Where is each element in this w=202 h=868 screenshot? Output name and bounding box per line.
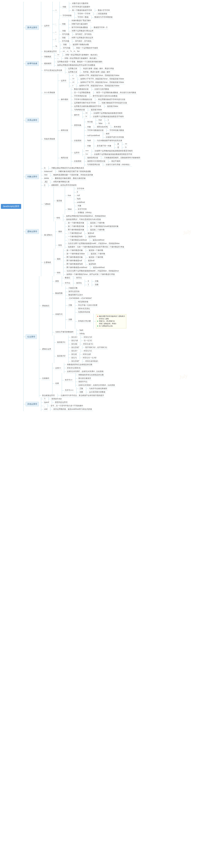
incdec-pos[interactable]: 符号位置决定运算结果 运算数之前先进行递增（递减）操作，再进行求值 运算数之后先…: [41, 67, 115, 74]
bit-shift[interactable]: 位移操作 左移<< 将数值的所有位左移指定的位数 所有空位用0补充 左移1位对其…: [39, 363, 126, 394]
new[interactable]: new根据构造函数创建一个新的对象，并初始化该对象: [41, 173, 94, 177]
branch-bitwise[interactable]: 位运算符 基础知识 类型 数值位前31位 符号位第32位0正数1负数 数值范围 …: [24, 276, 141, 397]
pos1[interactable]: 运算数之前先进行递增（递减）操作，再进行求值: [65, 67, 115, 70]
bit-basic[interactable]: 基础知识 类型 数值位前31位 符号位第32位0正数1负数 数值范围 只能是正数…: [39, 276, 126, 336]
and-sp[interactable]: 特性 当且仅当两个运算数的值都是true时，才返回true，否则返回false …: [55, 242, 125, 249]
r6[interactable]: 运算数无法被转换成数值或字符串返回值为false: [71, 105, 137, 108]
eqrule[interactable]: 比较原则 null与undefined相等比较前不进行任何转换 NaN与任何数值…: [71, 132, 128, 149]
eq1[interactable]: ==比较两个运算数的返回值看是否相等: [83, 112, 124, 115]
mod-sign[interactable]: 符号问题和第一个运算数的符号相同: [60, 46, 99, 50]
in[interactable]: in判断左侧运算数是否为右侧运算数的成员: [41, 166, 94, 170]
rel-rules[interactable]: 操作规则 数值与数值的比较比较它们的代数值 仅一个运算数是数值将另一个运算数转换…: [58, 88, 137, 112]
r4[interactable]: 字符串与非数值的比较将运算数转换成字符串并进行比较: [71, 98, 137, 101]
bit-lnot[interactable]: 逻辑位运算 返回值为1 按位非~对应位为0 按位与&任一位为1 按位或|对应位全…: [39, 336, 126, 363]
mod-fn[interactable]: 功能返回两个除数的余数: [60, 43, 99, 46]
sr-s[interactable]: 有符号>> 将数值的所有位右移指定的位数 移出的位被舍弃 保留符号位 右移1位对…: [62, 373, 116, 387]
seg1[interactable]: ++对唯一的运算数进行递增操作（每次加1）: [54, 53, 99, 57]
branch-logic[interactable]: 逻辑运算符 ! 逻辑非 返回值 true 空字符串 0 null NaN und…: [24, 187, 141, 276]
a6[interactable]: 一个操作数是undefined返回undefined: [65, 239, 119, 242]
op-div[interactable]: / 功能对两个运算数进行除法运算 符号问题同号得正，异号得负: [53, 36, 113, 43]
not-t[interactable]: true 空字符串 0 null NaN undefined: [65, 187, 94, 204]
plus-concat[interactable]: 字符串拼接 字符串 + 字符串二者直接拼接 字符串 + 数值数值转为字符串再拼接: [60, 12, 113, 19]
arith-ops[interactable]: 运算符 + 功能 对数字进行代数求和 对字符串进行连接操作 将一个数值转换成字符…: [41, 2, 113, 50]
bit-nan[interactable]: 当前位不够32的数值时 NaN Infinity: [52, 329, 126, 336]
bit-fmt[interactable]: 数值范围 只能是正数 第32位是空的 数值范围可以加大 -2147483648 …: [52, 286, 126, 300]
o6[interactable]: 两个操作数都是undefined返回undefined: [64, 266, 106, 269]
div-sign[interactable]: 符号问题同号得正，异号得负: [59, 39, 94, 43]
not-f[interactable]: false 对象 非空字符串 非0数值（Infinity）: [65, 204, 94, 214]
ge[interactable]: >=如果A大于等于B，则返回值为true，否则返回值为false: [69, 81, 125, 84]
or-sp[interactable]: 特性 当且仅当两个运算数的值都是false时，才返回false，否则返回true…: [54, 269, 119, 276]
and-rule[interactable]: 规则 第一个操作数是对象返回第二个操作数 第二个操作数是对象第一个操作数值为tr…: [55, 221, 125, 242]
op-minus[interactable]: - 功能 对操作数进行"取反"操作 对数字进行减法操作 将字符串转换成数值数值型…: [53, 19, 113, 29]
o2[interactable]: 第一个操作数值为false返回第二个操作数: [64, 252, 106, 255]
sr2[interactable]: 值类型与引用类型比较肯定不相同: [84, 160, 141, 163]
and[interactable]: && 逻辑与 规则 第一个操作数是对象返回第二个操作数 第二个操作数是对象第一个…: [41, 221, 125, 249]
incdec-rule[interactable]: 规则相同 运算数必须是一个变量、数组的一个元素或者对象的属性 如果运算数是非数值…: [41, 60, 115, 67]
bit-store[interactable]: 存储方式 正数 纯2进制存储 31位中每一位表示2的幂 用0补充无用位 负数 2…: [52, 300, 126, 329]
plus-f3[interactable]: 将一个数值转换成字符串数值+空字符串: [69, 9, 111, 12]
bit-pos[interactable]: 正数 纯2进制存储 31位中每一位表示2的幂 用0补充无用位: [65, 300, 126, 310]
o1[interactable]: 第一个操作数是对象返回第一个操作数: [64, 249, 106, 252]
plus-fn[interactable]: 功能 对数字进行代数求和 对字符串进行连接操作 将一个数值转换成字符串数值+空字…: [60, 2, 113, 12]
arith-compound[interactable]: 复合赋值运算符+=、-=、*=、/=、%=: [41, 50, 113, 53]
eqop-op[interactable]: 操作符 ==比较两个运算数的返回值看是否相等 !=比较两个运算数的返回值看是否不…: [71, 112, 128, 118]
bit-type[interactable]: 类型 数值位前31位 符号位第32位0正数1负数: [52, 276, 126, 286]
sr1[interactable]: 值类型间比较只有数据类型相同，且数值相等时才能够相同: [84, 156, 141, 160]
rel-op[interactable]: 运算符 <如果A小于B，则返回值为true，否则返回值为false <=如果A小…: [58, 74, 137, 88]
div-fn[interactable]: 功能对两个运算数进行除法运算: [59, 36, 94, 39]
mul-sign[interactable]: 符号问题同号得正，异号得负: [59, 33, 94, 36]
sr-u2[interactable]: 负数会出现无限大的数值: [77, 391, 108, 394]
sl[interactable]: 左移<< 将数值的所有位左移指定的位数 所有空位用0补充 左移1位对其乘2，左移…: [52, 363, 116, 373]
a4[interactable]: 一个操作数是null返回null: [65, 231, 119, 235]
s2[interactable]: !==比较两个运算数的返回值及数据类型看是否不同: [83, 153, 133, 156]
ln4[interactable]: 按位异或^既不同时为0，也不同时为1: [68, 346, 108, 349]
eqtype[interactable]: 类型转换 布尔值 true1 false0 对象调用valueOf()基本类型 …: [71, 118, 128, 132]
branch-relational[interactable]: 关系运算符 大小关系检测 运算符 <如果A小于B，则返回值为true，否则返回值…: [24, 74, 141, 166]
not-ret[interactable]: 返回值 true 空字符串 0 null NaN undefined false…: [54, 187, 107, 214]
del[interactable]: delete删除指定对象的属性，数组元素或变量: [41, 177, 94, 180]
comma[interactable]: ,逗号，在一行语句中执行多个不同的操作: [41, 404, 93, 408]
er3a1[interactable]: 是==: [114, 143, 128, 146]
rel-size[interactable]: 大小关系检测 运算符 <如果A小于B，则返回值为true，否则返回值为false…: [41, 74, 141, 112]
er3a2[interactable]: 否!=: [114, 146, 128, 149]
bool-t[interactable]: true1: [96, 118, 110, 122]
branch-incdec[interactable]: 自增与自减 功能相反 ++对唯一的运算数进行递增操作（每次加1） --对唯一的运…: [24, 53, 141, 74]
o5[interactable]: 两个操作数都是NaN返回NaN: [64, 262, 106, 266]
obj[interactable]: 对象调用valueOf()基本类型: [84, 125, 125, 129]
void[interactable]: void舍弃运算数的值，返回undefined作为表达式的值: [41, 408, 93, 411]
fn[interactable]: ()函数调用，改变运算符优先级等: [41, 184, 94, 187]
r2[interactable]: 仅一个运算数是数值将另一个运算数转换成数值，并比较它们的代数值: [71, 91, 137, 94]
s1[interactable]: ===比较两个运算数的返回值及数据类型看是否相同: [83, 149, 133, 153]
t2[interactable]: 符号位第32位0正数1负数: [62, 280, 99, 286]
incdec-seg[interactable]: 功能相反 ++对唯一的运算数进行递增操作（每次加1） --对唯一的运算数进行递减…: [41, 53, 115, 60]
lnot-r0[interactable]: 返回值为0 按位非~对应位为1 按位或对应位全0 按位与对应位任一位为0 按位异…: [54, 349, 108, 363]
gt[interactable]: >如果A大于B，则返回值为true，否则返回值为false: [69, 84, 125, 88]
sr-u1[interactable]: 正数与有符号右移结果相同: [77, 387, 108, 391]
not[interactable]: ! 逻辑非 返回值 true 空字符串 0 null NaN undefined…: [41, 187, 125, 221]
ln3[interactable]: 按位或|对应位全为1: [68, 342, 108, 346]
r1[interactable]: 数值与数值的比较比较它们的代数值: [71, 88, 137, 91]
er3[interactable]: 对象是否属于同一对象是==否!=: [84, 143, 128, 149]
t2a[interactable]: 第32位0正数1负数: [74, 280, 99, 286]
t2a1[interactable]: 1负数: [85, 283, 99, 286]
same[interactable]: 相同比较 运算符 ===比较两个运算数的返回值及数据类型看是否相同 !==比较两…: [58, 149, 141, 166]
dot[interactable]: .及[]存取对象和数组元素: [41, 180, 94, 184]
bool-f[interactable]: false0: [96, 122, 110, 125]
lnot-r[interactable]: 返回值为1 按位非~对应位为0 按位与&任一位为1 按位或|对应位全为1 按位异…: [54, 336, 108, 349]
lz3[interactable]: 按位与对应位任一位为0: [68, 356, 99, 360]
iof[interactable]: instanceof判断对象实例是否属于某个类或构造函数: [41, 170, 94, 173]
sr3[interactable]: 引用类型间比较比较它们的引用值（内存地址）: [84, 163, 141, 166]
lz1[interactable]: 按位非~对应位为1: [68, 349, 99, 353]
a5[interactable]: 一个操作数是NaN返回NaN: [65, 235, 119, 239]
le[interactable]: <=如果A小于等于B，则返回值为true，否则返回值为false: [69, 77, 125, 81]
seg2[interactable]: --对唯一的运算数进行递减操作（每次减1）: [54, 57, 99, 60]
lz2[interactable]: 按位或对应位全0: [68, 353, 99, 356]
concat1[interactable]: 字符串 + 字符串二者直接拼接: [75, 12, 113, 16]
sr-u[interactable]: 无符号>>> 正数与有符号右移结果相同 负数会出现无限大的数值: [62, 387, 116, 394]
t1[interactable]: 数值位前31位: [62, 276, 99, 280]
or-rule[interactable]: 规则 第一个操作数是对象返回第一个操作数 第一个操作数值为false返回第二个操…: [54, 249, 119, 269]
a2[interactable]: 第二个操作数是对象第一个操作数值为true时返回该对象: [65, 225, 119, 228]
op-mul[interactable]: * 功能对两个运算数进行乘法运算 符号问题同号得正，异号得负: [53, 29, 113, 36]
minus-f3[interactable]: 将字符串转换成数值数值型字符串 - 0: [69, 26, 108, 29]
